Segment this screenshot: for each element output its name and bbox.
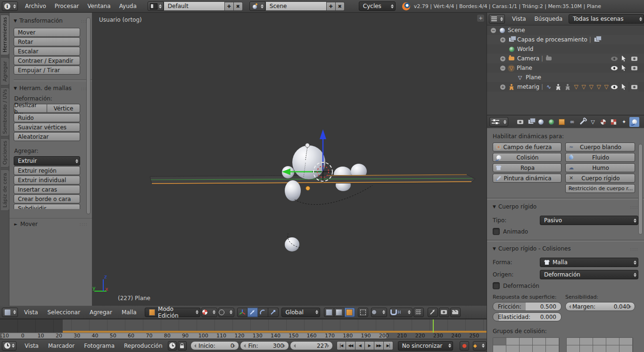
menu-vista[interactable]: Vista [20, 306, 42, 318]
auto-keyframe-record-button[interactable]: ● [460, 341, 469, 351]
button-vertice[interactable]: Vértice [47, 104, 80, 113]
current-frame-playhead[interactable] [433, 319, 434, 333]
selectability-cursor-icon[interactable] [621, 84, 626, 90]
outliner-row-plane[interactable]: − ▽ Plane [487, 63, 644, 73]
play-button[interactable]: ▶ [365, 341, 374, 350]
visibility-eye-icon[interactable] [611, 57, 618, 61]
tab-modifiers[interactable] [578, 117, 587, 127]
menu-ayuda[interactable]: Ayuda [115, 0, 141, 12]
expand-icon[interactable]: + [500, 56, 505, 61]
current-frame-field[interactable]: 227 [290, 341, 333, 350]
button-pintura-dinamica[interactable]: Pintura dinámica [493, 174, 561, 183]
panel-header-cuerpo-rigido-colisiones[interactable]: ▼ Cuerpo rígido - Colisiones :::: [493, 245, 638, 252]
manipulator-rotate-button[interactable] [258, 308, 268, 317]
limit-selection-visible-button[interactable] [358, 308, 368, 317]
button-crear-borde-o-cara[interactable]: Crear borde o cara [14, 194, 80, 203]
render-engine-select[interactable]: Cycles [359, 1, 396, 11]
decrement-icon[interactable] [242, 344, 246, 348]
collision-group-cell[interactable] [533, 338, 546, 345]
panel-header-cuerpo-rigido[interactable]: ▼ Cuerpo rígido :::: [493, 203, 638, 210]
selectability-cursor-icon[interactable] [621, 56, 626, 62]
collision-group-cell[interactable] [506, 345, 520, 352]
toolshelf-scrollbar[interactable] [86, 17, 91, 214]
jump-to-end-button[interactable]: ▶| [384, 341, 393, 350]
tab-sombreado-uvs[interactable]: Sombreado / UVs [1, 87, 9, 136]
visibility-eye-icon[interactable] [611, 85, 618, 89]
button-extruir-region[interactable]: Extruir región [14, 166, 80, 175]
delete-scene-button[interactable]: ✖ [336, 2, 345, 11]
button-subdividir[interactable]: Subdividir [14, 204, 80, 209]
tab-constraints[interactable]: ∞ [567, 117, 577, 127]
collision-group-cell[interactable] [606, 338, 619, 345]
menu-vista-timeline[interactable]: Vista [20, 340, 43, 352]
increment-icon[interactable] [233, 344, 237, 348]
outliner-row-plane-data[interactable]: ▽ Plane [487, 73, 644, 82]
tab-physics[interactable] [629, 117, 639, 127]
orientation-select[interactable]: Global [281, 308, 320, 317]
tab-scene[interactable] [536, 117, 546, 127]
manipulator-scale-button[interactable] [268, 308, 279, 317]
deforming-checkbox[interactable] [493, 282, 500, 289]
increment-icon[interactable] [629, 305, 633, 309]
select-mode-vertex-button[interactable] [324, 308, 334, 317]
decrement-icon[interactable] [567, 305, 571, 309]
collision-group-cell[interactable] [619, 338, 633, 345]
properties-scrollbar[interactable] [638, 144, 643, 235]
collision-group-cell[interactable] [567, 345, 580, 352]
button-extruir-individual[interactable]: Extruir individual [14, 176, 80, 184]
collision-group-cell[interactable] [546, 345, 559, 352]
collision-group-cell[interactable] [580, 338, 593, 345]
collision-group-cell[interactable] [493, 345, 506, 352]
editor-type-button-properties[interactable] [489, 117, 508, 126]
menu-reproduccion[interactable]: Reproducción [120, 340, 167, 352]
button-cuerpo-rigido[interactable]: ✕Cuerpo rígido [565, 174, 635, 183]
tab-world[interactable] [546, 117, 556, 127]
transform-manipulator[interactable] [92, 13, 487, 306]
tab-material[interactable] [598, 117, 608, 127]
outliner-row-scene[interactable]: − Scene [487, 25, 644, 35]
editor-type-button-info[interactable]: i [2, 1, 18, 11]
next-keyframe-button[interactable]: ▶▶ [374, 341, 384, 350]
button-aleatorizar[interactable]: Aleatorizar [14, 132, 80, 141]
button-rotar[interactable]: Rotar [14, 37, 80, 46]
timeline-ticks[interactable]: -100102030405060708090100110120130140150… [0, 333, 487, 339]
outliner-row-camera[interactable]: + Camera | [487, 54, 644, 63]
add-scene-button[interactable]: ✚ [327, 2, 336, 11]
tab-lapiz-de-cera[interactable]: Lápiz de cera [1, 169, 9, 211]
editor-type-button-3dview[interactable] [2, 308, 18, 317]
editor-type-button-outliner[interactable] [489, 14, 505, 24]
viewport-3d[interactable]: Usuario (ortog) [92, 13, 487, 306]
renderability-camera-icon[interactable] [631, 85, 637, 89]
outliner-filter-select[interactable]: Todas las escenas [569, 14, 644, 24]
outliner-row-render-layers[interactable]: + Capas de procesamiento | [487, 35, 644, 44]
pivot-select[interactable] [218, 308, 234, 317]
collision-group-cell[interactable] [619, 345, 633, 352]
outliner-row-world[interactable]: World [487, 44, 644, 54]
button-escalar[interactable]: Escalar [14, 47, 80, 56]
keying-set-select[interactable]: ◆ [473, 341, 487, 351]
tab-agregar[interactable]: Agregar [1, 57, 9, 85]
start-frame-field[interactable]: Inicio: 0 [190, 341, 239, 350]
collision-group-cell[interactable] [606, 345, 619, 352]
menu-archivo[interactable]: Archivo [21, 0, 50, 12]
lock-frame-button[interactable] [178, 341, 187, 351]
scene-name-field[interactable]: Scene [265, 1, 327, 11]
button-empujar-tirar[interactable]: Empujar / Tirar [14, 66, 80, 75]
delete-screen-layout-button[interactable]: ✖ [234, 2, 243, 11]
end-frame-field[interactable]: Fin: 300 [240, 341, 289, 350]
collision-group-cell[interactable] [593, 345, 606, 352]
snap-target-button[interactable] [413, 308, 424, 317]
collision-group-cell[interactable] [580, 345, 593, 352]
button-ruido[interactable]: Ruido [14, 113, 80, 122]
manipulator-toggle-button[interactable] [237, 308, 248, 317]
selectability-cursor-icon[interactable] [621, 65, 626, 71]
menu-ventana[interactable]: Ventana [83, 0, 115, 12]
button-mover[interactable]: Mover [14, 28, 80, 37]
mode-select[interactable]: Modo Edición [145, 308, 200, 317]
jump-to-start-button[interactable]: |◀ [337, 341, 346, 350]
button-humo[interactable]: ☁Humo [565, 163, 635, 172]
button-contraer-expandir[interactable]: Contraer / Expandir [14, 56, 80, 65]
panel-header-transformacion[interactable]: ▼ Transformación :::: [14, 17, 89, 24]
menu-procesar[interactable]: Procesar [50, 0, 83, 12]
select-mode-face-button[interactable] [345, 308, 355, 317]
